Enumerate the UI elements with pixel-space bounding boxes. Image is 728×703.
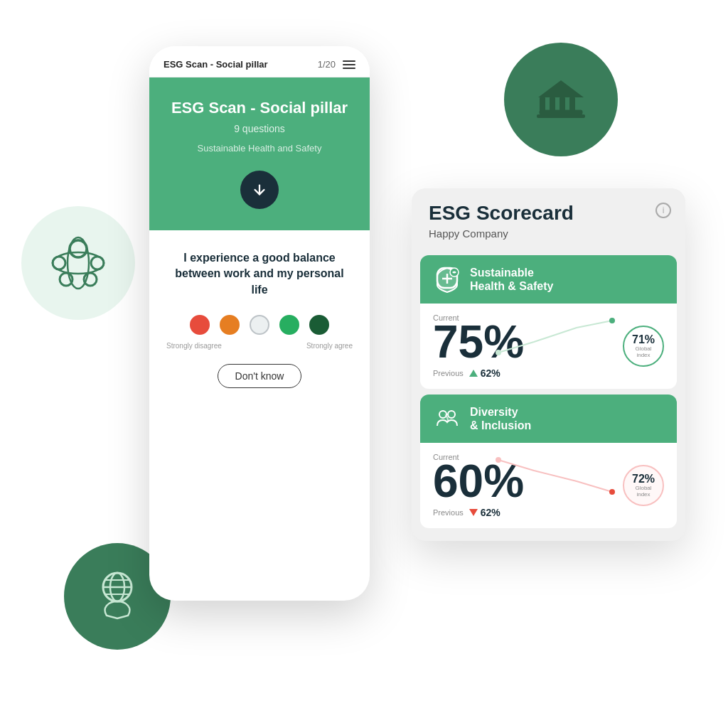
question-text: I experience a good balance between work… [166,250,353,298]
label-strongly-agree: Strongly agree [306,342,353,350]
previous-row-health: Previous 62% [433,367,664,379]
trend-line-health [491,313,619,363]
scan-title: ESG Scan - Social pillar [166,99,353,117]
radio-option-3[interactable] [250,315,269,335]
trend-line-diversity [491,453,619,503]
label-strongly-disagree: Strongly disagree [166,342,222,350]
top-right-circle [504,43,618,156]
scorecard-card-health: Sustainable Health & Safety Current 75% … [420,255,677,389]
global-index-badge-diversity: 72% Globalindex [623,465,664,506]
previous-row-diversity: Previous 62% [433,507,664,518]
card-diversity-title: Diversity & Inclusion [470,405,531,432]
svg-rect-5 [569,97,575,112]
card-health-body: Current 75% Previous 62% 71% Globalindex [420,304,677,389]
phone-header-title: ESG Scan - Social pillar [164,59,268,70]
svg-point-14 [68,237,89,289]
scan-subtitle: Sustainable Health and Safety [166,143,353,154]
community-icon [21,206,135,320]
dont-know-button[interactable]: Don't know [218,364,302,388]
scorecard-company: Happy Company [429,227,668,240]
svg-rect-3 [550,97,555,112]
phone-header-right: 1/20 [318,59,355,70]
global-index-value-diversity: 72% [632,473,655,485]
radio-option-5[interactable] [309,315,329,335]
radio-option-4[interactable] [279,315,299,335]
svg-point-27 [439,411,446,418]
global-index-value-health: 71% [632,333,655,346]
radio-option-1[interactable] [190,315,210,335]
card-header-health: Sustainable Health & Safety [420,255,677,304]
card-header-diversity: Diversity & Inclusion [420,395,677,443]
svg-rect-2 [540,97,545,112]
scorecard-title: ESG Scorecard [429,203,668,225]
previous-label-diversity: Previous [433,508,464,517]
phone-counter: 1/20 [318,59,336,70]
scorecard-mockup: ESG Scorecard Happy Company i Sustainabl… [412,188,685,541]
svg-point-28 [448,411,455,418]
svg-point-13 [53,252,104,274]
global-index-label-diversity: Globalindex [635,485,651,498]
trend-down-icon [469,509,478,516]
hamburger-menu[interactable] [343,60,355,69]
phone-question-section: I experience a good balance between work… [149,230,370,402]
svg-point-26 [609,318,615,323]
questions-count: 9 questions [166,123,353,134]
health-safety-icon [433,265,461,294]
radio-option-2[interactable] [220,315,240,335]
phone-mockup: ESG Scan - Social pillar 1/20 ESG Scan -… [149,46,370,601]
down-arrow-button[interactable] [240,171,279,209]
trend-up-icon [469,370,478,377]
svg-rect-7 [542,95,579,97]
card-health-title: Sustainable Health & Safety [470,266,553,293]
svg-point-25 [496,350,501,355]
diversity-icon [433,404,461,433]
global-index-label-health: Globalindex [635,346,651,359]
left-circle [21,206,135,320]
radio-labels: Strongly disagree Strongly agree [166,342,353,350]
global-index-badge-health: 71% Globalindex [623,326,664,367]
previous-value-health: 62% [469,367,500,379]
svg-rect-1 [537,114,585,118]
previous-label-health: Previous [433,369,464,377]
scorecard-header: ESG Scorecard Happy Company i [412,188,685,249]
phone-header: ESG Scan - Social pillar 1/20 [149,46,370,77]
card-diversity-body: Current 60% Previous 62% 72% Globalindex [420,443,677,528]
radio-options [166,315,353,335]
institution-icon [504,43,618,156]
info-icon[interactable]: i [655,203,671,218]
scorecard-card-diversity: Diversity & Inclusion Current 60% Previo… [420,395,677,528]
svg-point-29 [496,457,501,463]
svg-point-30 [609,489,615,495]
previous-value-diversity: 62% [469,507,500,518]
svg-rect-4 [560,97,565,112]
phone-green-section: ESG Scan - Social pillar 9 questions Sus… [149,77,370,230]
